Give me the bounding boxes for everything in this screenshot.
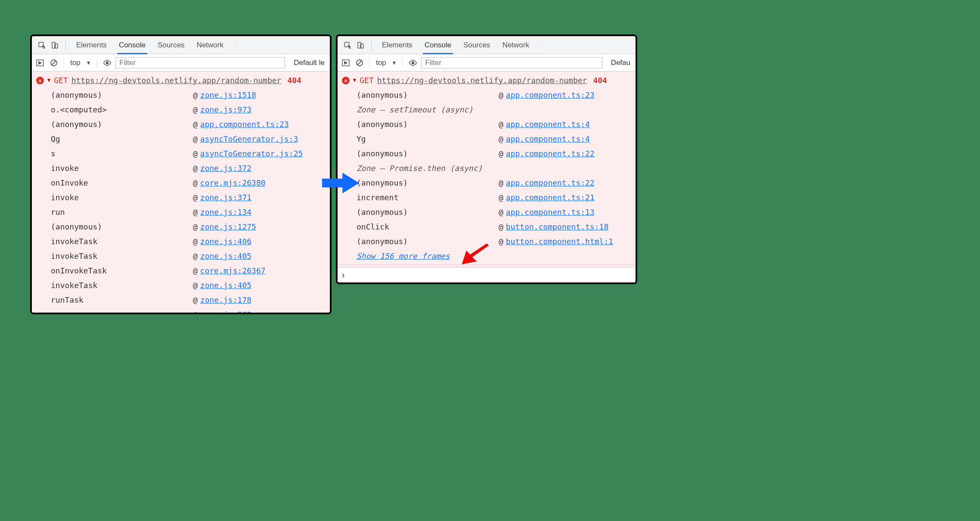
context-select[interactable]: top ▼: [374, 59, 398, 67]
collapse-caret-icon[interactable]: ▼: [47, 73, 50, 87]
sidebar-toggle-icon[interactable]: [34, 57, 46, 68]
stack-frame: o.<computed>@zone.js:973: [51, 102, 330, 117]
source-link[interactable]: zone.js:178: [200, 295, 251, 304]
at-symbol: @: [499, 222, 503, 231]
http-method: GET: [360, 73, 374, 88]
error-request-line[interactable]: ✕ ▼ GET https://ng-devtools.netlify.app/…: [32, 73, 330, 88]
frame-function: invokeTask: [51, 278, 188, 293]
console-prompt[interactable]: ›: [338, 267, 636, 282]
tab-network[interactable]: Network: [191, 36, 229, 54]
frame-function: runTask: [51, 293, 188, 307]
source-link[interactable]: app.component.ts:13: [506, 208, 595, 217]
frame-function: _: [51, 307, 188, 313]
at-symbol: @: [193, 193, 198, 202]
tab-sources[interactable]: Sources: [152, 36, 190, 54]
at-symbol: @: [193, 295, 198, 304]
source-link[interactable]: app.component.ts:4: [506, 134, 590, 143]
frame-location: @app.component.ts:4: [499, 132, 636, 146]
frame-location: @zone.js:372: [193, 161, 330, 176]
source-link[interactable]: zone.js:134: [200, 208, 251, 217]
source-link[interactable]: asyncToGenerator.js:25: [200, 149, 303, 158]
source-link[interactable]: zone.js:973: [200, 105, 251, 114]
stack-frame: (anonymous)@app.component.ts:23: [51, 117, 330, 132]
source-link[interactable]: app.component.ts:22: [506, 178, 595, 187]
source-link[interactable]: core.mjs:26367: [200, 266, 266, 275]
collapse-caret-icon[interactable]: ▼: [353, 73, 356, 87]
source-link[interactable]: zone.js:405: [200, 251, 251, 260]
device-icon[interactable]: [49, 40, 60, 51]
source-link[interactable]: zone.js:406: [200, 237, 251, 246]
source-link[interactable]: button.component.ts:18: [506, 222, 608, 231]
svg-line-12: [357, 61, 362, 65]
source-link[interactable]: zone.js:405: [200, 281, 251, 290]
at-symbol: @: [499, 134, 503, 143]
tab-network[interactable]: Network: [496, 36, 535, 54]
filter-input[interactable]: [115, 57, 285, 68]
devtools-panel-left: Elements Console Sources Network top ▼ D…: [30, 34, 332, 314]
levels-button[interactable]: Default le: [291, 59, 327, 67]
comparison-arrow-icon: [322, 170, 359, 196]
tab-elements[interactable]: Elements: [376, 36, 419, 54]
source-link[interactable]: zone.js:1275: [200, 222, 256, 231]
source-link[interactable]: zone.js:371: [200, 193, 251, 202]
clear-console-icon[interactable]: [48, 57, 59, 68]
error-icon: ✕: [342, 77, 350, 84]
source-link[interactable]: app.component.ts:4: [506, 120, 590, 129]
source-link[interactable]: zone.js:585: [200, 310, 251, 313]
frame-function: invoke: [51, 190, 188, 205]
source-link[interactable]: app.component.ts:23: [506, 90, 595, 99]
clear-console-icon[interactable]: [354, 57, 365, 68]
context-select[interactable]: top ▼: [68, 59, 93, 67]
http-method: GET: [54, 73, 68, 88]
error-request-line[interactable]: ✕ ▼ GET https://ng-devtools.netlify.app/…: [338, 73, 636, 88]
chevron-right-icon: ›: [342, 270, 345, 279]
frame-function: (anonymous): [357, 146, 493, 161]
source-link[interactable]: app.component.ts:21: [506, 193, 595, 202]
show-more-frames-link[interactable]: Show 156 more frames: [357, 251, 450, 260]
request-url[interactable]: https://ng-devtools.netlify.app/random-n…: [377, 73, 587, 88]
source-link[interactable]: app.component.ts:23: [200, 120, 289, 129]
at-symbol: @: [193, 281, 198, 290]
source-link[interactable]: app.component.ts:22: [506, 149, 595, 158]
filter-input[interactable]: [421, 57, 602, 68]
frame-function: invoke: [51, 161, 188, 176]
source-link[interactable]: core.mjs:26380: [200, 178, 266, 187]
tab-console[interactable]: Console: [113, 36, 152, 54]
sidebar-toggle-icon[interactable]: [340, 57, 351, 68]
svg-line-5: [52, 61, 56, 65]
tab-console[interactable]: Console: [419, 36, 457, 54]
stack-frame: increment@app.component.ts:21: [357, 190, 636, 205]
frame-location: @app.component.ts:22: [499, 176, 636, 190]
eye-icon[interactable]: [102, 57, 113, 68]
stack-frame: onInvoke@core.mjs:26380: [51, 176, 330, 190]
eye-icon[interactable]: [407, 57, 419, 68]
inspect-icon[interactable]: [36, 40, 47, 51]
device-icon[interactable]: [355, 40, 366, 51]
source-link[interactable]: zone.js:1518: [200, 90, 256, 99]
console-log-body: ✕ ▼ GET https://ng-devtools.netlify.app/…: [32, 71, 330, 313]
source-link[interactable]: button.component.html:1: [506, 237, 613, 246]
stack-frame: run@zone.js:134: [51, 205, 330, 220]
levels-button[interactable]: Defau: [608, 59, 633, 67]
status-code: 404: [593, 73, 607, 88]
at-symbol: @: [499, 120, 503, 129]
frame-location: @zone.js:405: [193, 278, 330, 293]
console-toolbar: top ▼ Defau: [338, 54, 636, 71]
tab-sources[interactable]: Sources: [457, 36, 496, 54]
frame-location: @app.component.ts:21: [499, 190, 636, 205]
frame-location: @asyncToGenerator.js:25: [193, 146, 330, 161]
frame-location: @core.mjs:26380: [193, 176, 330, 190]
status-code: 404: [287, 73, 301, 88]
tab-elements[interactable]: Elements: [70, 36, 113, 54]
frame-location: @zone.js:973: [193, 102, 330, 117]
tabs-overflow[interactable]: [535, 36, 548, 54]
source-link[interactable]: asyncToGenerator.js:3: [200, 134, 298, 143]
at-symbol: @: [193, 310, 198, 313]
inspect-icon[interactable]: [342, 40, 353, 51]
frame-location: @app.component.ts:23: [499, 88, 636, 102]
tabs-overflow[interactable]: [229, 36, 242, 54]
source-link[interactable]: zone.js:372: [200, 164, 251, 173]
stack-frame: (anonymous)@app.component.ts:22: [357, 176, 636, 190]
at-symbol: @: [499, 193, 503, 202]
request-url[interactable]: https://ng-devtools.netlify.app/random-n…: [71, 73, 282, 88]
